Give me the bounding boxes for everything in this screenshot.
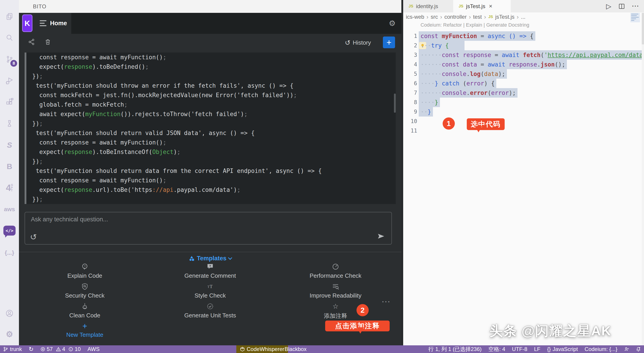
aws-item[interactable]: AWS [88, 346, 100, 352]
aws-activity-item[interactable]: aws [0, 201, 19, 217]
test-beaker-activity-item[interactable] [0, 116, 19, 132]
codeium-item[interactable]: Codeium: {...} [585, 346, 618, 352]
tab-label: identity.js [416, 3, 438, 10]
breadcrumb-item[interactable]: test [473, 14, 482, 20]
files-activity-item[interactable] [0, 8, 19, 24]
breadcrumb-item[interactable]: jsTest.js [495, 14, 514, 20]
editor-line[interactable]: 2 ··try { [403, 41, 642, 50]
split-editor-icon[interactable] [619, 4, 624, 9]
template-item[interactable]: Clean Code [22, 301, 148, 321]
more-options-icon[interactable]: ··· [382, 298, 391, 306]
editor-line[interactable]: 11 [403, 126, 642, 136]
breadcrumb-item[interactable]: ics-web [406, 14, 424, 20]
chat-code-block[interactable]: const response = await myFunction(); exp… [24, 52, 396, 204]
code-line: expect(response.url).toBe('https://api.p… [32, 185, 396, 194]
template-item[interactable]: Generate Unit Tests [148, 301, 273, 321]
problems-item[interactable]: 57 4 10 [40, 346, 81, 352]
panel-settings-gear-icon[interactable]: ⚙ [389, 19, 396, 27]
new-template-button[interactable]: + New Template [22, 322, 148, 338]
blackbox-item[interactable]: Blackbox [284, 345, 306, 353]
share-icon[interactable] [28, 38, 35, 46]
indentation-item[interactable]: 空格: 4 [488, 346, 505, 353]
code-line: const response = await myFunction(); [32, 138, 396, 147]
editor-line[interactable]: 10 [403, 116, 642, 126]
menu-icon[interactable] [40, 20, 46, 26]
line-number: 11 [403, 126, 417, 136]
tab-jstest-js[interactable]: JS jsTest.js × [453, 0, 511, 12]
bito-home-tab[interactable]: K Home [19, 13, 71, 34]
close-icon[interactable]: × [489, 3, 492, 10]
s-logo-activity-item[interactable]: S [0, 137, 19, 153]
editor-line[interactable]: 4······const data = await response.json(… [403, 60, 642, 69]
template-item[interactable]: TTStyle Check [148, 281, 273, 301]
extensions-activity-item[interactable] [0, 94, 19, 110]
template-item[interactable]: ☆添加注释 [273, 301, 398, 321]
codewhisperer-item[interactable]: CodeWhisperer [236, 345, 288, 353]
eol-item[interactable]: LF [534, 346, 540, 352]
codeium-codelens[interactable]: Codeium: Refactor | Explain | Generate D… [420, 22, 529, 28]
star-icon: ☆ [332, 302, 339, 310]
code-line: expect(response).toBeInstanceOf(Object); [32, 147, 396, 157]
b-logo-activity-item[interactable]: B [0, 158, 19, 174]
gpt4-activity-item[interactable]: 4G P T [0, 180, 19, 196]
undo-icon[interactable]: ↺ [30, 233, 37, 241]
templates-dropdown[interactable]: Templates [19, 254, 401, 262]
line-number: 3 [403, 50, 417, 60]
editor-line[interactable]: 3······const response = await fetch('htt… [403, 50, 642, 60]
run-debug-activity-item[interactable] [0, 73, 19, 88]
breadcrumb-item[interactable]: controller [444, 14, 467, 20]
run-file-icon[interactable]: ▷ [606, 2, 611, 10]
line-number: 8 [403, 98, 417, 107]
template-item[interactable]: Improve Readability [273, 281, 398, 301]
minimap[interactable] [630, 13, 640, 22]
settings-gear-activity-item[interactable]: ⚙ [0, 326, 19, 342]
bito-chat-activity-item[interactable]: </> [0, 223, 19, 238]
editor-scrollbar[interactable] [642, 13, 644, 345]
question-placeholder: Ask any technical question... [31, 216, 108, 223]
home-tab-label[interactable]: Home [50, 20, 67, 27]
account-activity-item[interactable] [0, 306, 19, 321]
template-item[interactable]: +Generate Comment [148, 262, 273, 281]
feedback-icon[interactable] [624, 347, 629, 352]
new-chat-button[interactable]: + [383, 36, 395, 48]
editor-line[interactable]: 1const myFunction = async () => { [403, 31, 642, 41]
editor-code[interactable]: 1const myFunction = async () => {2 ··try… [403, 31, 642, 136]
editor-line[interactable]: 7······console.error(error); [403, 88, 642, 98]
template-label: Performance Check [310, 272, 362, 279]
scrollbar-thumb[interactable] [642, 13, 644, 44]
editor-line[interactable]: 8····} [403, 98, 642, 107]
braces-activity-item[interactable]: {...} [0, 245, 19, 260]
aws-icon: aws [4, 206, 15, 213]
tab-bar: JS identity.js JS jsTest.js × ▷ ··· [403, 0, 644, 12]
trash-icon[interactable] [44, 38, 52, 46]
cursor-position-item[interactable]: 行 1, 列 1 (已选择236) [428, 346, 482, 353]
code-line: test('myFunction should return valid JSO… [32, 128, 396, 138]
panel-sash[interactable] [401, 0, 403, 345]
language-item[interactable]: {} JavaScript [547, 346, 578, 352]
editor-line[interactable]: 9··} [403, 107, 642, 116]
template-item[interactable]: Security Check [22, 281, 148, 301]
sync-icon[interactable]: ↻ [29, 346, 34, 353]
code-block-scrollbar[interactable] [394, 94, 396, 113]
editor-more-icon[interactable]: ··· [632, 3, 639, 10]
template-item[interactable]: Performance Check [273, 262, 398, 281]
send-icon[interactable] [377, 233, 385, 241]
source-control-activity-item[interactable]: 8 [0, 52, 19, 67]
breadcrumb-item[interactable]: ... [521, 14, 526, 20]
history-button[interactable]: ↺ History [345, 39, 371, 47]
js-file-icon: JS [459, 4, 464, 8]
avatar[interactable]: K [22, 14, 32, 32]
notifications-bell-icon[interactable] [636, 347, 641, 352]
encoding-item[interactable]: UTF-8 [512, 346, 527, 352]
template-item[interactable]: ?Explain Code [22, 262, 148, 281]
question-input[interactable]: Ask any technical question... ↺ [24, 212, 392, 244]
breadcrumb-item[interactable]: src [431, 14, 438, 20]
editor-line[interactable]: 5······console.log(data); [403, 69, 642, 79]
editor-line[interactable]: 6····} catch (error) { [403, 79, 642, 88]
breadcrumb[interactable]: ics-web› src› controller› test› JS jsTes… [406, 13, 526, 21]
branch-item[interactable]: trunk [3, 346, 22, 352]
editor-group: JS identity.js JS jsTest.js × ▷ ··· ics-… [403, 0, 644, 345]
code-line: }); [32, 119, 396, 128]
tab-identity-js[interactable]: JS identity.js [403, 0, 453, 12]
search-activity-item[interactable] [0, 30, 19, 46]
